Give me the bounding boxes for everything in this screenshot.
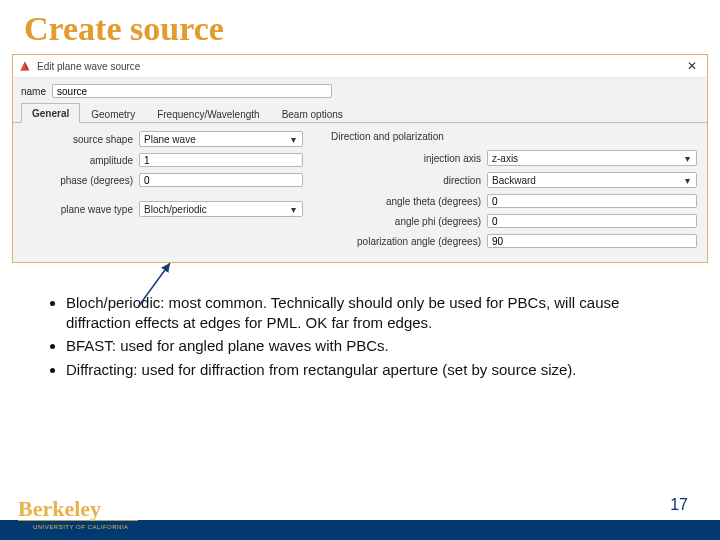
- phase-label: phase (degrees): [23, 175, 133, 186]
- chevron-down-icon: ▾: [680, 153, 694, 164]
- berkeley-wordmark: Berkeley: [18, 496, 101, 521]
- injection-axis-select[interactable]: z-axis ▾: [487, 150, 697, 166]
- titlebar: Edit plane wave source ✕: [13, 55, 707, 78]
- close-button[interactable]: ✕: [683, 60, 701, 72]
- amplitude-label: amplitude: [23, 155, 133, 166]
- berkeley-subtext: UNIVERSITY OF CALIFORNIA: [33, 524, 129, 530]
- direction-polarization-heading: Direction and polarization: [331, 131, 697, 142]
- page-number: 17: [670, 496, 688, 514]
- source-shape-select[interactable]: Plane wave ▾: [139, 131, 303, 147]
- name-label: name: [21, 86, 46, 97]
- tab-frequency-wavelength[interactable]: Frequency/Wavelength: [146, 104, 270, 123]
- source-shape-label: source shape: [23, 134, 133, 145]
- footer: 17 Berkeley UNIVERSITY OF CALIFORNIA: [0, 490, 720, 540]
- chevron-down-icon: ▾: [680, 175, 694, 186]
- slide-title: Create source: [24, 10, 720, 48]
- tab-general[interactable]: General: [21, 103, 80, 123]
- notes: Bloch/periodic: most common. Technically…: [48, 293, 680, 379]
- svg-rect-1: [18, 520, 138, 521]
- chevron-down-icon: ▾: [286, 204, 300, 215]
- plane-wave-type-value: Bloch/periodic: [144, 204, 286, 215]
- app-icon: [19, 60, 31, 72]
- angle-theta-label: angle theta (degrees): [331, 196, 481, 207]
- left-column: source shape Plane wave ▾ amplitude phas…: [23, 131, 303, 248]
- angle-phi-input[interactable]: [487, 214, 697, 228]
- direction-select[interactable]: Backward ▾: [487, 172, 697, 188]
- amplitude-input[interactable]: [139, 153, 303, 167]
- polarization-angle-input[interactable]: [487, 234, 697, 248]
- berkeley-logo: Berkeley UNIVERSITY OF CALIFORNIA: [18, 496, 148, 532]
- note-bloch-periodic: Bloch/periodic: most common. Technically…: [66, 293, 680, 332]
- name-input[interactable]: [52, 84, 332, 98]
- source-shape-value: Plane wave: [144, 134, 286, 145]
- angle-phi-label: angle phi (degrees): [331, 216, 481, 227]
- tab-beam-options[interactable]: Beam options: [271, 104, 354, 123]
- polarization-angle-label: polarization angle (degrees): [331, 236, 481, 247]
- app-window: Edit plane wave source ✕ name General Ge…: [12, 54, 708, 263]
- chevron-down-icon: ▾: [286, 134, 300, 145]
- direction-value: Backward: [492, 175, 680, 186]
- note-diffracting: Diffracting: used for diffraction from r…: [66, 360, 680, 380]
- tab-geometry[interactable]: Geometry: [80, 104, 146, 123]
- injection-axis-value: z-axis: [492, 153, 680, 164]
- right-column: Direction and polarization injection axi…: [331, 131, 697, 248]
- panel-body: source shape Plane wave ▾ amplitude phas…: [13, 123, 707, 262]
- phase-input[interactable]: [139, 173, 303, 187]
- plane-wave-type-select[interactable]: Bloch/periodic ▾: [139, 201, 303, 217]
- tabs: General Geometry Frequency/Wavelength Be…: [13, 102, 707, 123]
- name-row: name: [13, 78, 707, 102]
- note-bfast: BFAST: used for angled plane waves with …: [66, 336, 680, 356]
- angle-theta-input[interactable]: [487, 194, 697, 208]
- direction-label: direction: [331, 175, 481, 186]
- injection-axis-label: injection axis: [331, 153, 481, 164]
- window-title: Edit plane wave source: [37, 61, 140, 72]
- plane-wave-type-label: plane wave type: [23, 204, 133, 215]
